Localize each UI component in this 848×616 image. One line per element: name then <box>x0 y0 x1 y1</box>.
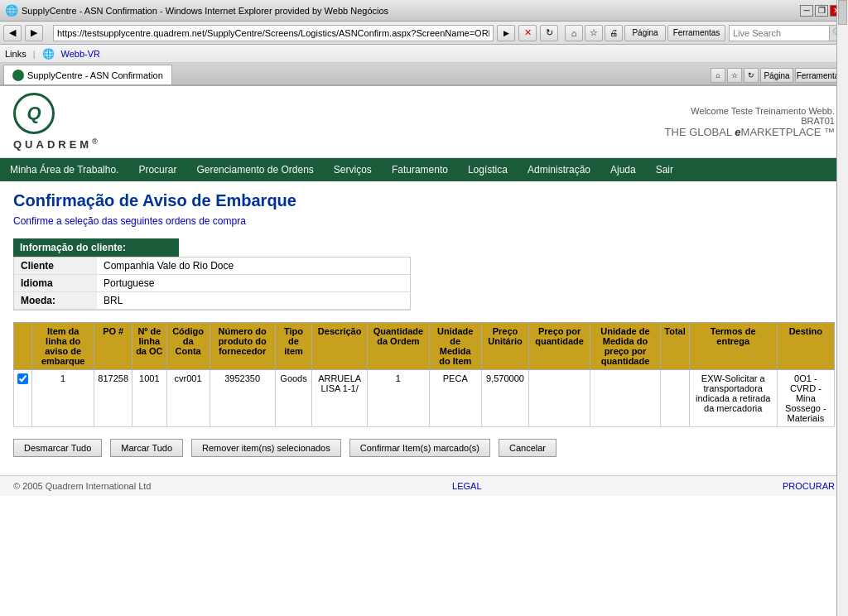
col-header-delivery-terms: Termos de entrega <box>689 323 777 370</box>
confirm-selected-button[interactable]: Confirmar Item(s) marcado(s) <box>349 439 490 457</box>
nav-item-search[interactable]: Procurar <box>128 158 186 181</box>
row-account-code: cvr001 <box>166 370 210 427</box>
tab-label: SupplyCentre - ASN Confirmation <box>27 70 163 80</box>
col-header-total: Total <box>661 323 689 370</box>
col-header-line-no: Nº de linha da OC <box>132 323 167 370</box>
info-row-client: Cliente Companhia Vale do Rio Doce <box>14 257 410 275</box>
row-destination: 0O1 - CVRD - Mina Sossego - Materiais <box>777 370 834 427</box>
bookmarks-bar: Links | 🌐 Webb-VR <box>0 45 848 63</box>
page-content: Q QUADREM® Welcome Teste Treinamento Web… <box>0 86 848 496</box>
bookmark-webb-vr[interactable]: Webb-VR <box>61 49 100 59</box>
page-subtitle: Confirme a seleção das seguintes ordens … <box>13 215 835 227</box>
deselect-all-button[interactable]: Desmarcar Tudo <box>13 439 102 457</box>
footer-legal[interactable]: LEGAL <box>452 481 481 491</box>
footer-search[interactable]: PROCURAR <box>783 481 835 491</box>
scrollbar-thumb[interactable] <box>838 0 847 25</box>
info-section-header: Informação do cliente: <box>13 238 179 257</box>
row-checkbox[interactable] <box>17 373 28 384</box>
site-footer: © 2005 Quadrem International Ltd LEGAL P… <box>0 475 848 496</box>
tab-feeds-button[interactable]: ↻ <box>744 68 759 83</box>
col-header-price-uom: Unidade de Medida do preço por quantidad… <box>590 323 661 370</box>
row-description: ARRUELA LISA 1-1/ <box>312 370 367 427</box>
info-row-language: Idioma Portuguese <box>14 275 410 292</box>
col-header-description: Descrição <box>312 323 367 370</box>
row-item-line: 1 <box>32 370 94 427</box>
nav-item-help[interactable]: Ajuda <box>600 158 646 181</box>
tab-star-button[interactable]: ☆ <box>727 68 742 83</box>
site-header: Q QUADREM® Welcome Teste Treinamento Web… <box>0 86 848 158</box>
nav-item-logout[interactable]: Sair <box>646 158 683 181</box>
col-header-destination: Destino <box>777 323 834 370</box>
tab-home-button[interactable]: ⌂ <box>711 68 725 83</box>
tabs-bar: SupplyCentre - ASN Confirmation ⌂ ☆ ↻ Pá… <box>0 63 848 86</box>
col-header-unit-measure: Unidade de Medida do Item <box>429 323 481 370</box>
nav-item-logistics[interactable]: Logística <box>458 158 518 181</box>
row-checkbox-cell[interactable] <box>14 370 32 427</box>
page-button[interactable]: Página <box>624 25 666 41</box>
nav-item-orders[interactable]: Gerenciamento de Ordens <box>186 158 323 181</box>
search-container: 🔍 <box>729 25 845 41</box>
tab-favicon <box>12 70 24 81</box>
row-po-number: 817258 <box>94 370 132 427</box>
tools-button[interactable]: Ferramentas <box>667 25 725 41</box>
col-header-select <box>14 323 32 370</box>
cancel-button[interactable]: Cancelar <box>499 439 556 457</box>
nav-item-billing[interactable]: Faturamento <box>382 158 458 181</box>
logo-circle: Q <box>13 93 55 134</box>
col-header-po: PO # <box>94 323 132 370</box>
select-all-button[interactable]: Marcar Tudo <box>110 439 183 457</box>
browser-titlebar: 🌐 SupplyCentre - ASN Confirmation - Wind… <box>0 0 848 22</box>
restore-button[interactable]: ❐ <box>815 5 828 17</box>
back-button[interactable]: ◀ <box>3 25 22 41</box>
refresh-button[interactable]: ↻ <box>540 25 558 41</box>
tab-page-button[interactable]: Página <box>760 68 793 83</box>
stop-button[interactable]: ✕ <box>518 25 537 41</box>
logo-q-letter: Q <box>26 103 41 124</box>
minimize-button[interactable]: ─ <box>800 5 813 17</box>
language-value: Portuguese <box>97 275 410 292</box>
action-buttons-row: Desmarcar Tudo Marcar Tudo Remover item(… <box>13 439 835 457</box>
logo-area: Q QUADREM® <box>13 93 98 151</box>
feeds-button[interactable]: ☆ <box>585 25 603 41</box>
currency-label: Moeda: <box>14 292 97 310</box>
col-header-item-type: Tipo de item <box>275 323 312 370</box>
nav-item-admin[interactable]: Administração <box>518 158 600 181</box>
col-header-unit-price: Preço Unitário <box>481 323 529 370</box>
items-table: Item da linha do aviso de embarque PO # … <box>13 322 835 427</box>
header-right: Welcome Teste Treinamento Webb. BRAT01 T… <box>665 106 835 138</box>
row-quantity: 1 <box>367 370 429 427</box>
col-header-item-line: Item da linha do aviso de embarque <box>32 323 94 370</box>
home-button[interactable]: ⌂ <box>565 25 583 41</box>
footer-copyright: © 2005 Quadrem International Ltd <box>13 481 152 491</box>
nav-item-services[interactable]: Serviços <box>324 158 382 181</box>
browser-title: SupplyCentre - ASN Confirmation - Window… <box>22 6 388 16</box>
tagline: THE GLOBAL eMARKETPLACE ™ <box>665 126 835 138</box>
active-tab[interactable]: SupplyCentre - ASN Confirmation <box>3 65 172 84</box>
links-label: Links <box>5 49 26 59</box>
forward-button[interactable]: ▶ <box>25 25 43 41</box>
col-header-quantity: Quantidade da Ordem <box>367 323 429 370</box>
info-table: Cliente Companhia Vale do Rio Doce Idiom… <box>13 257 411 310</box>
client-value: Companhia Vale do Rio Doce <box>97 257 410 275</box>
col-header-supplier-product: Número do produto do fornecedor <box>210 323 275 370</box>
client-label: Cliente <box>14 257 97 275</box>
remove-selected-button[interactable]: Remover item(ns) selecionados <box>191 439 341 457</box>
col-header-account: Código da Conta <box>166 323 210 370</box>
row-total <box>661 370 689 427</box>
scrollbar[interactable] <box>836 0 848 616</box>
page-title: Confirmação de Aviso de Embarque <box>13 191 835 210</box>
row-supplier-product: 3952350 <box>210 370 275 427</box>
print-button[interactable]: 🖨 <box>605 25 623 41</box>
language-label: Idioma <box>14 275 97 292</box>
nav-item-workspace[interactable]: Minha Área de Trabalho. <box>0 158 128 181</box>
go-button[interactable]: ▶ <box>497 25 515 41</box>
customer-info-section: Informação do cliente: Cliente Companhia… <box>13 238 835 310</box>
page-body: Confirmação de Aviso de Embarque Confirm… <box>0 181 848 475</box>
table-row: 1 817258 1001 cvr001 3952350 Goods ARRUE… <box>14 370 835 427</box>
col-header-price-qty: Preço por quantidade <box>529 323 590 370</box>
live-search-input[interactable] <box>730 27 829 39</box>
address-bar[interactable] <box>53 25 494 41</box>
row-unit-measure: PECA <box>429 370 481 427</box>
browser-icon: 🌐 <box>5 4 18 17</box>
row-price-uom <box>590 370 661 427</box>
